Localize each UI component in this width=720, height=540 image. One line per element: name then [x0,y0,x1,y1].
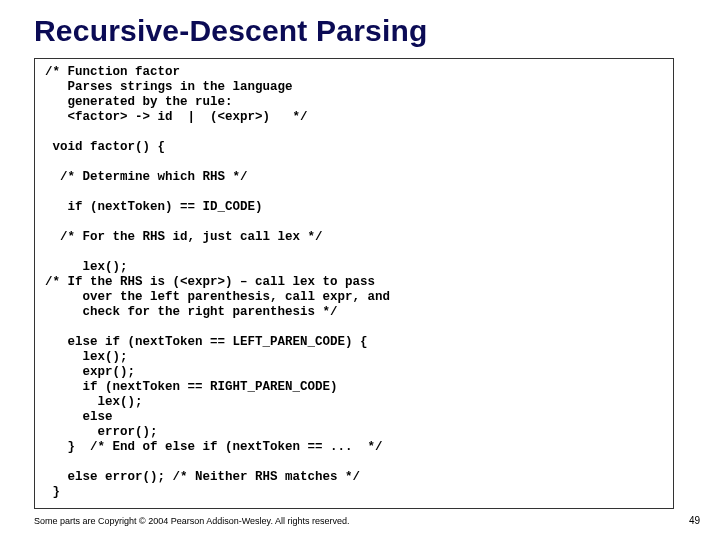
code-box: /* Function factor Parses strings in the… [34,58,674,509]
page-number: 49 [689,515,700,526]
slide-title: Recursive-Descent Parsing [34,14,686,48]
code-content: /* Function factor Parses strings in the… [45,65,663,500]
slide: Recursive-Descent Parsing /* Function fa… [0,0,720,540]
copyright-footer: Some parts are Copyright © 2004 Pearson … [34,516,349,526]
